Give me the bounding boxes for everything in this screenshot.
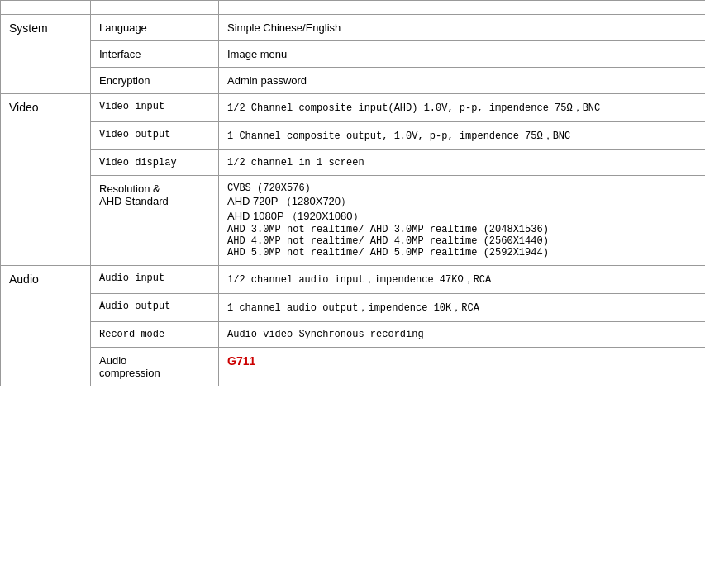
spec-table: SystemLanguageSimple Chinese/EnglishInte…: [0, 0, 705, 386]
description-cell: Audio video Synchronous recording: [219, 322, 706, 348]
data-cell: Audio input: [91, 266, 219, 294]
table-row: Audio compressionG711: [1, 348, 706, 386]
table-row: Record modeAudio video Synchronous recor…: [1, 322, 706, 348]
col-header-description: [219, 1, 706, 15]
data-cell: Language: [91, 15, 219, 41]
table-row: EncryptionAdmin password: [1, 68, 706, 94]
table-row: SystemLanguageSimple Chinese/English: [1, 15, 706, 41]
table-row: InterfaceImage menu: [1, 41, 706, 68]
table-row: Resolution & AHD StandardCVBS (720X576)A…: [1, 176, 706, 266]
description-cell: CVBS (720X576)AHD 720P （1280X720）AHD 108…: [219, 176, 706, 266]
data-cell: Audio compression: [91, 348, 219, 386]
table-row: AudioAudio input1/2 channel audio input，…: [1, 266, 706, 294]
data-cell: Resolution & AHD Standard: [91, 176, 219, 266]
item-cell: Audio: [1, 266, 91, 386]
table-row: Video display1/2 channel in 1 screen: [1, 150, 706, 176]
table-row: VideoVideo input1/2 Channel composite in…: [1, 94, 706, 122]
table-row: Audio output1 channel audio output，impen…: [1, 294, 706, 322]
description-cell: Admin password: [219, 68, 706, 94]
data-cell: Interface: [91, 41, 219, 68]
table-row: Video output1 Channel composite output, …: [1, 122, 706, 150]
description-cell: Simple Chinese/English: [219, 15, 706, 41]
description-cell: Image menu: [219, 41, 706, 68]
description-cell: 1 Channel composite output, 1.0V, p-p, i…: [219, 122, 706, 150]
description-cell: G711: [219, 348, 706, 386]
data-cell: Record mode: [91, 322, 219, 348]
data-cell: Audio output: [91, 294, 219, 322]
data-cell: Video display: [91, 150, 219, 176]
table-header-row: [1, 1, 706, 15]
data-cell: Encryption: [91, 68, 219, 94]
item-cell: System: [1, 15, 91, 94]
col-header-item: [1, 1, 91, 15]
item-cell: Video: [1, 94, 91, 266]
data-cell: Video input: [91, 94, 219, 122]
description-cell: 1/2 channel in 1 screen: [219, 150, 706, 176]
data-cell: Video output: [91, 122, 219, 150]
col-header-data: [91, 1, 219, 15]
description-cell: 1/2 Channel composite input(AHD) 1.0V, p…: [219, 94, 706, 122]
description-cell: 1/2 channel audio input，impendence 47KΩ，…: [219, 266, 706, 294]
spec-table-container: SystemLanguageSimple Chinese/EnglishInte…: [0, 0, 705, 588]
description-cell: 1 channel audio output，impendence 10K，RC…: [219, 294, 706, 322]
